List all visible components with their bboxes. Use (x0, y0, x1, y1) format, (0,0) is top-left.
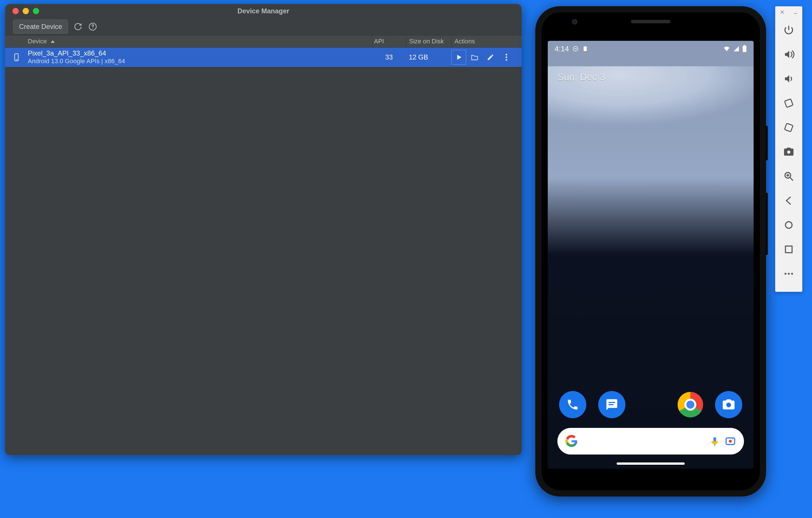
window-controls (12, 8, 39, 14)
mic-icon[interactable] (709, 436, 720, 447)
device-name: Pixel_3a_API_33_x86_64 (28, 49, 372, 58)
overview-icon[interactable] (776, 237, 802, 262)
svg-rect-10 (743, 46, 747, 52)
rotate-right-icon[interactable] (776, 115, 802, 140)
svg-point-28 (785, 222, 792, 228)
screenshot-icon[interactable] (776, 140, 802, 164)
messages-app-icon[interactable] (598, 391, 626, 418)
svg-point-31 (788, 273, 790, 275)
svg-rect-21 (784, 99, 793, 108)
device-row[interactable]: Pixel_3a_API_33_x86_64 Android 13.0 Goog… (5, 48, 522, 67)
play-icon[interactable] (452, 50, 466, 65)
back-icon[interactable] (776, 188, 802, 213)
emulator-device: 4:14 Sun, Dec 3 (535, 6, 766, 496)
front-camera-icon (572, 19, 577, 24)
help-icon[interactable] (88, 22, 97, 31)
svg-point-23 (787, 150, 790, 154)
svg-point-17 (732, 439, 733, 440)
edit-icon[interactable] (483, 50, 498, 65)
minimize-icon[interactable] (23, 8, 29, 14)
svg-point-1 (92, 28, 93, 29)
phone-top (542, 12, 760, 41)
col-api-label: API (374, 38, 384, 45)
volume-rocker-physical (765, 193, 768, 255)
phone-screen[interactable]: 4:14 Sun, Dec 3 (548, 41, 754, 469)
status-time: 4:14 (555, 44, 569, 53)
device-type-icon (5, 53, 28, 61)
svg-rect-13 (609, 404, 613, 405)
speaker-grille (631, 20, 670, 23)
minimize-icon[interactable] (793, 10, 798, 15)
more-horizontal-icon[interactable] (776, 262, 802, 286)
lens-icon[interactable] (725, 435, 736, 447)
folder-icon[interactable] (467, 50, 482, 65)
dm-toolbar: Create Device (5, 18, 522, 35)
device-size: 12 GB (406, 53, 452, 61)
maximize-icon[interactable] (33, 8, 39, 14)
zoom-icon[interactable] (776, 164, 802, 188)
svg-rect-22 (784, 123, 793, 132)
svg-point-6 (505, 59, 507, 61)
svg-rect-9 (583, 47, 587, 51)
emulator-toolbar (775, 6, 802, 292)
window-titlebar: Device Manager (5, 4, 522, 18)
svg-point-30 (784, 273, 786, 275)
power-button-physical (765, 126, 768, 160)
create-device-button[interactable]: Create Device (13, 20, 68, 34)
svg-line-25 (790, 178, 793, 181)
wifi-icon (723, 45, 730, 52)
svg-point-4 (505, 54, 507, 56)
volume-down-icon[interactable] (776, 67, 802, 91)
google-logo-icon (566, 435, 578, 448)
col-actions-label: Actions (455, 38, 475, 45)
home-icon[interactable] (776, 213, 802, 237)
phone-bezel: 4:14 Sun, Dec 3 (542, 12, 760, 490)
refresh-icon[interactable] (73, 22, 83, 31)
device-subtitle: Android 13.0 Google APIs | x86_64 (28, 58, 372, 65)
home-date: Sun, Dec 3 (557, 71, 605, 83)
signal-icon (733, 45, 740, 52)
camera-app-icon[interactable] (715, 391, 742, 418)
col-api[interactable]: API (372, 35, 406, 47)
dnd-icon (573, 45, 579, 52)
more-icon[interactable] (499, 50, 514, 65)
phone-app-icon[interactable] (559, 391, 586, 418)
col-size[interactable]: Size on Disk (406, 35, 452, 47)
col-device-label: Device (28, 38, 47, 45)
status-left: 4:14 (555, 44, 588, 53)
rotate-left-icon[interactable] (776, 91, 802, 115)
google-search-bar[interactable] (557, 428, 744, 455)
status-right (723, 45, 747, 53)
power-icon[interactable] (776, 18, 802, 42)
col-size-label: Size on Disk (409, 38, 444, 45)
svg-rect-29 (785, 246, 792, 252)
table-header: Device API Size on Disk Actions (5, 35, 522, 48)
close-icon[interactable] (12, 8, 19, 14)
col-actions[interactable]: Actions (452, 35, 522, 47)
svg-rect-11 (744, 45, 745, 46)
svg-point-14 (726, 403, 731, 407)
emulator-toolbar-head (776, 6, 802, 18)
battery-icon (742, 45, 747, 53)
device-info: Pixel_3a_API_33_x86_64 Android 13.0 Goog… (28, 49, 372, 65)
gesture-handle[interactable] (617, 462, 685, 465)
close-icon[interactable] (780, 10, 785, 15)
volume-up-icon[interactable] (776, 42, 802, 67)
chrome-app-icon[interactable] (677, 392, 703, 418)
device-api: 33 (372, 53, 406, 61)
device-actions (452, 50, 522, 65)
device-manager-window: Device Manager Create Device Device API … (5, 4, 522, 455)
svg-point-16 (729, 440, 732, 443)
dock (548, 388, 754, 422)
col-device[interactable]: Device (5, 38, 372, 45)
status-generic-icon (582, 45, 588, 52)
svg-point-32 (791, 273, 793, 275)
dm-empty-body (5, 67, 522, 455)
status-bar: 4:14 (548, 41, 754, 57)
sort-asc-icon (51, 40, 55, 43)
svg-rect-12 (609, 402, 615, 403)
svg-point-5 (505, 56, 507, 58)
window-title: Device Manager (238, 7, 289, 15)
